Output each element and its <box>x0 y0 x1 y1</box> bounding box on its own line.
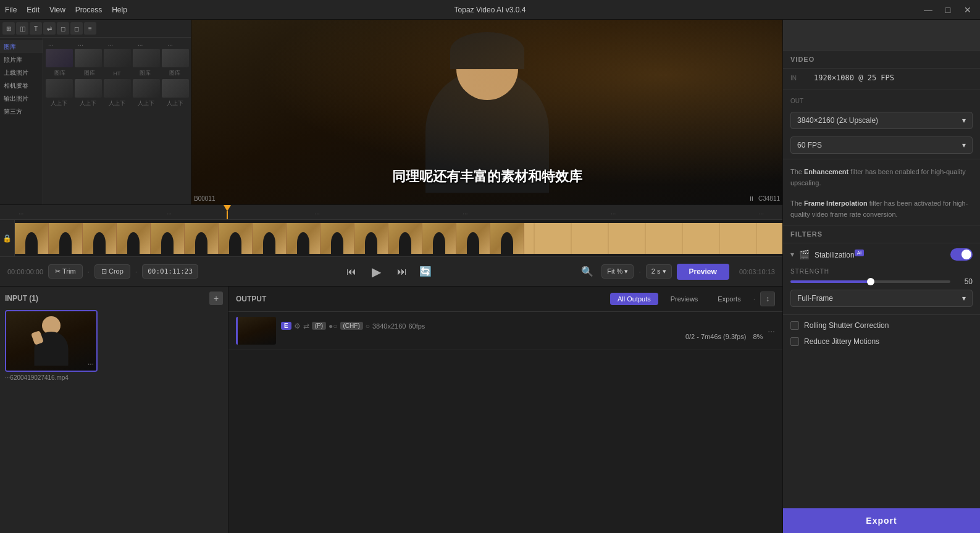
strength-slider-row: 50 <box>790 277 973 286</box>
fb-tool-5[interactable]: ◻ <box>57 22 69 35</box>
filmstrip-frame-4 <box>117 223 151 254</box>
timeline-end-time: 00:03:10:13 <box>739 268 775 275</box>
fb-thumb-5[interactable] <box>162 49 189 67</box>
toggle-thumb <box>961 250 971 259</box>
reduce-jittery-label: Reduce Jittery Motions <box>804 337 879 346</box>
fb-sidebar-item-5[interactable]: 输出照片 <box>0 92 43 105</box>
filmstrip-frame-12 <box>388 223 422 254</box>
stabilization-mode-chevron: ▾ <box>962 294 966 303</box>
close-button[interactable]: ✕ <box>960 2 975 17</box>
fb-thumb-10[interactable] <box>162 79 189 98</box>
interval-label: 2 s <box>651 267 661 275</box>
menu-help[interactable]: Help <box>112 6 127 14</box>
video-play-pause[interactable]: ⏸ <box>748 195 755 202</box>
fb-thumb-9[interactable] <box>133 79 160 98</box>
output-tab-all[interactable]: All Outputs <box>610 293 658 305</box>
menu-process[interactable]: Process <box>75 6 102 14</box>
fb-col-3: ... <box>108 40 113 47</box>
minimize-button[interactable]: — <box>921 2 936 17</box>
input-thumbnail[interactable]: ··· <box>5 310 98 372</box>
trim-button[interactable]: ✂ Trim <box>48 264 82 279</box>
strength-slider[interactable] <box>790 280 950 283</box>
input-filename: ···6200419027416.mp4 <box>5 374 223 381</box>
zoom-out-icon[interactable]: 🔍 <box>578 262 597 281</box>
output-tab-exports[interactable]: Exports <box>710 293 748 305</box>
stabilization-mode-dropdown[interactable]: Full-Frame ▾ <box>790 290 973 307</box>
fb-thumb-4[interactable] <box>133 49 160 67</box>
zoom-select[interactable]: Fit % ▾ <box>601 264 634 279</box>
output-thumbnail[interactable] <box>236 317 276 345</box>
video-frame: 同理呢还有丰富的素材和特效库 <box>191 20 782 204</box>
fb-sidebar: 图库 照片库 上载照片 相机胶卷 输出照片 第三方 <box>0 38 43 204</box>
out-resolution-dropdown[interactable]: 3840×2160 (2x Upscale) ▾ <box>790 112 973 129</box>
maximize-button[interactable]: □ <box>940 2 955 17</box>
stabilization-icon: 🎬 <box>799 250 810 259</box>
export-button[interactable]: Export <box>783 508 980 533</box>
dot-separator-2: · <box>135 267 137 276</box>
stabilization-expand[interactable]: ▾ <box>790 250 794 259</box>
filmstrip-frame-14 <box>456 223 490 254</box>
fb-sidebar-item-6[interactable]: 第三方 <box>0 105 43 118</box>
fb-tool-4[interactable]: ⇄ <box>43 22 56 35</box>
preview-button[interactable]: Preview <box>677 264 729 280</box>
fb-sidebar-item-4[interactable]: 相机胶卷 <box>0 79 43 92</box>
output-progress-info: 0/2 - 7m46s (9.3fps) 8% <box>685 333 763 340</box>
crop-button[interactable]: ⊡ Crop <box>94 264 130 279</box>
timeline-lock-button[interactable]: 🔒 <box>0 220 15 256</box>
stabilization-toggle[interactable] <box>950 248 973 261</box>
fb-lbl-1: 图库 <box>54 69 65 77</box>
filmstrip-frames: 同理呢还有丰富的素材和特效库 <box>15 223 782 254</box>
skip-back-button[interactable]: ⏮ <box>342 262 361 281</box>
output-sort-button[interactable]: ↕ <box>760 292 775 306</box>
frame-person-6 <box>195 232 207 254</box>
fb-thumb-2[interactable] <box>75 49 102 67</box>
frame-person-4 <box>127 232 140 254</box>
rolling-shutter-label: Rolling Shutter Correction <box>804 321 889 330</box>
input-more-button[interactable]: ··· <box>88 359 94 368</box>
strength-slider-thumb[interactable] <box>867 278 874 285</box>
fb-thumb-6[interactable] <box>46 79 73 98</box>
reduce-jittery-checkbox[interactable] <box>790 337 799 346</box>
fb-tool-1[interactable]: ⊞ <box>2 22 15 35</box>
loop-button[interactable]: 🔄 <box>416 262 435 281</box>
main-layout: ⊞ ◫ T ⇄ ◻ ◻ ≡ 图库 照片库 上载照片 相机胶卷 输出照片 第三方 <box>0 20 980 533</box>
fb-sidebar-item-3[interactable]: 上载照片 <box>0 66 43 79</box>
output-item-info: E ⚙ ⇄ (P) ●○ (CHF) ○ 3840x2160 60fps 0/2… <box>281 322 763 340</box>
output-panel: OUTPUT All Outputs Previews Exports · ↕ … <box>228 287 782 533</box>
reduce-jittery-row: Reduce Jittery Motions <box>783 334 980 350</box>
menu-edit[interactable]: Edit <box>27 6 40 14</box>
filmstrip[interactable]: 同理呢还有丰富的素材和特效库 <box>15 223 782 254</box>
fb-sidebar-item-2[interactable]: 照片库 <box>0 53 43 66</box>
menu-file[interactable]: File <box>5 6 17 14</box>
fb-tool-3[interactable]: T <box>30 22 42 35</box>
timeline-section: ... ... ... ... ... ... 🔒 同理呢还有丰富的素材和特效 <box>0 205 782 257</box>
fb-tool-7[interactable]: ≡ <box>84 22 96 35</box>
divider-3 <box>783 314 980 315</box>
skip-forward-button[interactable]: ⏭ <box>393 262 411 281</box>
output-icon-dot: ●○ <box>329 322 338 330</box>
fb-label-row-1: 图库 图库 HT 图库 图库 <box>46 69 188 77</box>
rolling-shutter-checkbox[interactable] <box>790 321 799 330</box>
strength-value: 50 <box>955 277 973 286</box>
input-item: ··· ···6200419027416.mp4 <box>5 310 223 381</box>
input-panel-header: INPUT (1) + <box>5 292 223 305</box>
fb-tool-2[interactable]: ◫ <box>16 22 28 35</box>
play-button[interactable]: ▶ <box>366 261 388 283</box>
filmstrip-frame-13 <box>422 223 456 254</box>
out-fps-dropdown[interactable]: 60 FPS ▾ <box>790 136 973 154</box>
fb-thumb-3[interactable] <box>104 49 131 67</box>
output-more-button[interactable]: ··· <box>768 326 775 336</box>
fb-sidebar-item-1[interactable]: 图库 <box>0 40 43 53</box>
timeline-ruler: ... ... ... ... ... ... <box>0 205 782 220</box>
add-input-button[interactable]: + <box>209 292 223 305</box>
timeline-playhead[interactable] <box>227 205 228 219</box>
fb-tool-6[interactable]: ◻ <box>70 22 83 35</box>
interval-select[interactable]: 2 s ▾ <box>646 264 672 279</box>
fb-thumb-7[interactable] <box>75 79 102 98</box>
fb-col-2: ... <box>78 40 83 47</box>
ruler-label-1: ... <box>19 209 23 216</box>
fb-thumb-8[interactable] <box>104 79 131 98</box>
menu-view[interactable]: View <box>49 6 65 14</box>
output-tab-previews[interactable]: Previews <box>663 293 706 305</box>
fb-thumb-1[interactable] <box>46 49 73 67</box>
